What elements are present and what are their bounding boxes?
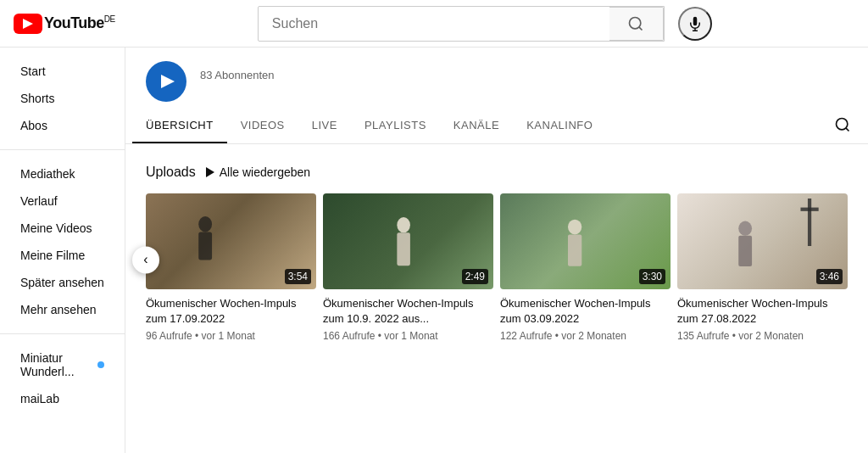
play-all-label: Alle wiedergeben — [220, 165, 310, 179]
tab-live[interactable]: LIVE — [298, 109, 351, 143]
sidebar-library-section: Mediathek Verlauf Meine Videos Meine Fil… — [0, 160, 125, 323]
search-bar — [258, 6, 665, 42]
play-all-icon — [206, 167, 214, 177]
video-duration-1: 3:54 — [285, 269, 311, 284]
channel-header-area: 83 Abonnenten ÜBERSICHT VIDEOS LIVE PLAY… — [125, 48, 868, 144]
video-thumbnail-1: 3:54 — [146, 193, 316, 289]
sidebar-item-shorts[interactable]: Shorts — [0, 85, 125, 112]
sidebar-divider-1 — [0, 149, 125, 150]
sidebar: Start Shorts Abos Mediathek Verlauf Mein… — [0, 48, 125, 453]
video-thumbnail-2: 2:49 — [323, 193, 493, 289]
channel-text-info: 83 Abonnenten — [200, 69, 274, 95]
tab-videos[interactable]: VIDEOS — [227, 109, 298, 143]
svg-point-10 — [568, 220, 581, 235]
tab-kanale[interactable]: KANÄLE — [440, 109, 513, 143]
channel-subscribers: 83 Abonnenten — [200, 69, 274, 81]
sidebar-item-mediathek[interactable]: Mediathek — [0, 160, 125, 187]
mic-icon — [687, 16, 703, 31]
country-code: DE — [104, 14, 115, 24]
video-row-wrapper: ‹ 3:54 Ökumen — [146, 193, 848, 342]
thumbnail-figure-1 — [180, 213, 231, 280]
sidebar-item-start[interactable]: Start — [0, 58, 125, 85]
video-title-2: Ökumenischer Wochen-Impuls zum 10.9. 202… — [323, 296, 493, 327]
youtube-logo-icon — [14, 14, 42, 34]
svg-rect-7 — [198, 232, 212, 260]
tab-ubersicht[interactable]: ÜBERSICHT — [132, 109, 227, 143]
thumbnail-figure-4 — [720, 217, 771, 284]
tab-search-icon — [834, 116, 851, 133]
video-row: 3:54 Ökumenischer Wochen-Impuls zum 17.0… — [146, 193, 848, 342]
tab-search-button[interactable] — [824, 109, 861, 143]
video-thumbnail-3: 3:30 — [500, 193, 670, 289]
thumbnail-figure-2 — [382, 213, 425, 285]
video-title-3: Ökumenischer Wochen-Impuls zum 03.09.202… — [500, 296, 670, 327]
svg-point-14 — [738, 221, 752, 236]
thumbnail-cross — [797, 199, 822, 247]
play-all-button[interactable]: Alle wiedergeben — [206, 165, 310, 179]
sidebar-item-spaeter[interactable]: Später ansehen — [0, 269, 125, 296]
search-input[interactable] — [259, 9, 609, 38]
main: Start Shorts Abos Mediathek Verlauf Mein… — [0, 48, 868, 453]
tab-kanalinfo[interactable]: KANALINFO — [513, 109, 606, 143]
svg-line-1 — [639, 26, 643, 30]
sidebar-item-mehr[interactable]: Mehr ansehen — [0, 296, 125, 323]
youtube-logo-text: YouTubeDE — [44, 14, 115, 32]
sidebar-item-meine-filme[interactable]: Meine Filme — [0, 242, 125, 269]
header: YouTubeDE — [0, 0, 868, 48]
channel-avatar — [146, 61, 186, 102]
svg-point-6 — [198, 216, 212, 232]
sidebar-divider-2 — [0, 333, 125, 334]
sidebar-item-abos[interactable]: Abos — [0, 112, 125, 139]
header-left: YouTubeDE — [14, 14, 115, 34]
videos-section: Uploads Alle wiedergeben ‹ — [125, 144, 868, 362]
section-header: Uploads Alle wiedergeben — [146, 165, 848, 180]
video-thumbnail-4: 3:46 — [677, 193, 848, 289]
sidebar-main-section: Start Shorts Abos — [0, 58, 125, 139]
channel-logo-triangle — [161, 75, 175, 88]
sidebar-item-verlauf[interactable]: Verlauf — [0, 187, 125, 215]
content-area: 83 Abonnenten ÜBERSICHT VIDEOS LIVE PLAY… — [125, 48, 868, 453]
video-meta-4: 135 Aufrufe • vor 2 Monaten — [677, 330, 848, 342]
prev-button[interactable]: ‹ — [132, 246, 159, 273]
svg-point-8 — [398, 217, 411, 232]
video-title-1: Ökumenischer Wochen-Impuls zum 17.09.202… — [146, 296, 316, 327]
svg-rect-12 — [808, 199, 811, 247]
svg-rect-11 — [568, 234, 581, 266]
video-card-4[interactable]: 3:46 Ökumenischer Wochen-Impuls zum 27.0… — [677, 193, 848, 342]
svg-rect-13 — [800, 207, 818, 210]
svg-rect-9 — [398, 232, 411, 266]
sidebar-sub-miniatur[interactable]: Miniatur Wunderl... — [0, 344, 125, 385]
video-meta-2: 166 Aufrufe • vor 1 Monat — [323, 330, 493, 342]
sidebar-item-meine-videos[interactable]: Meine Videos — [0, 215, 125, 242]
svg-point-4 — [837, 119, 848, 130]
youtube-logo[interactable]: YouTubeDE — [14, 14, 115, 34]
video-meta-3: 122 Aufrufe • vor 2 Monaten — [500, 330, 670, 342]
sidebar-sub-mailab[interactable]: maiLab — [0, 385, 125, 412]
video-duration-3: 3:30 — [639, 269, 665, 284]
thumbnail-figure-3 — [551, 215, 598, 284]
subscription-label: Miniatur Wunderl... — [20, 351, 91, 378]
video-meta-1: 96 Aufrufe • vor 1 Monat — [146, 330, 316, 342]
app-container: YouTubeDE — [0, 0, 868, 453]
svg-rect-15 — [738, 236, 752, 266]
channel-tabs-row: ÜBERSICHT VIDEOS LIVE PLAYLISTS KANÄLE K… — [125, 109, 868, 143]
subscription-dot — [97, 361, 104, 368]
svg-point-0 — [630, 17, 641, 28]
video-card-3[interactable]: 3:30 Ökumenischer Wochen-Impuls zum 03.0… — [500, 193, 670, 342]
mic-button[interactable] — [678, 7, 712, 41]
video-duration-2: 2:49 — [462, 269, 488, 284]
header-center — [115, 6, 854, 42]
search-button[interactable] — [609, 7, 664, 41]
video-title-4: Ökumenischer Wochen-Impuls zum 27.08.202… — [677, 296, 848, 327]
video-card-2[interactable]: 2:49 Ökumenischer Wochen-Impuls zum 10.9… — [323, 193, 493, 342]
video-card-1[interactable]: 3:54 Ökumenischer Wochen-Impuls zum 17.0… — [146, 193, 316, 342]
tab-playlists[interactable]: PLAYLISTS — [351, 109, 440, 143]
channel-info-row: 83 Abonnenten — [125, 48, 868, 109]
sidebar-subscriptions-section: Miniatur Wunderl... maiLab — [0, 344, 125, 412]
search-icon — [627, 15, 644, 32]
video-duration-4: 3:46 — [816, 269, 843, 284]
svg-line-5 — [846, 128, 849, 131]
section-title: Uploads — [146, 165, 196, 180]
subscription-label: maiLab — [20, 392, 59, 405]
